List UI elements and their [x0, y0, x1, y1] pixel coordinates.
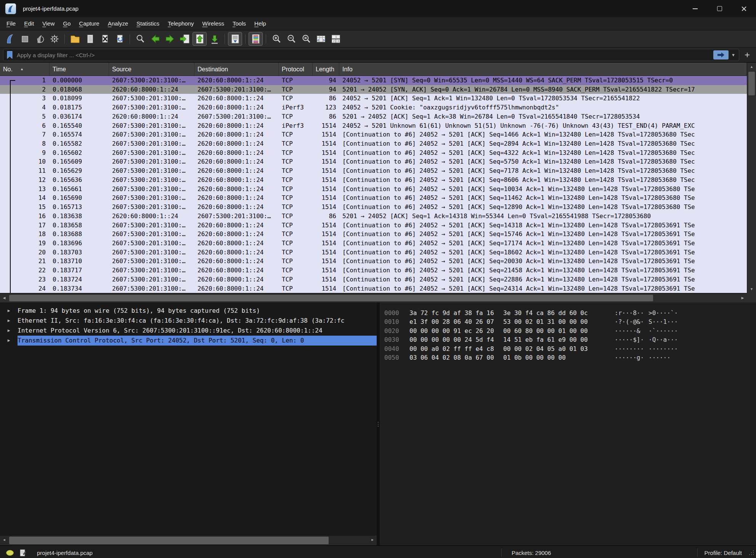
scroll-right-icon[interactable]: ▶ [738, 294, 747, 302]
column-header-info[interactable]: Info [339, 63, 747, 76]
hex-row[interactable]: 0010e1 3f 00 28 06 40 26 0753 00 02 01 3… [384, 317, 756, 326]
hex-row[interactable]: 002000 00 00 00 91 ec 26 2000 60 80 00 0… [384, 326, 756, 335]
packet-row[interactable]: 170.1836582607:5300:201:3100:…2620:60:80… [0, 221, 747, 230]
zoom-out-button[interactable] [284, 32, 298, 46]
menu-telephony[interactable]: Telephony [164, 17, 198, 30]
horizontal-scroll-thumb[interactable] [9, 295, 653, 301]
scroll-left-icon[interactable]: ◀ [0, 535, 8, 545]
expert-info-icon[interactable] [6, 550, 14, 556]
packet-row[interactable]: 90.1656022607:5300:201:3100:…2620:60:800… [0, 148, 747, 158]
column-header-protocol[interactable]: Protocol [279, 63, 313, 76]
go-forward-button[interactable] [163, 32, 177, 46]
packet-row[interactable]: 230.1837242607:5300:201:3100:…2620:60:80… [0, 275, 747, 284]
stop-capture-button[interactable] [18, 32, 32, 46]
hex-row[interactable]: 00003a 72 fc 9d af 38 fa 163e 30 f4 ca 8… [384, 309, 756, 317]
capture-options-button[interactable] [47, 32, 61, 46]
close-file-button[interactable] [98, 32, 112, 46]
packet-row[interactable]: 190.1836962607:5300:201:3100:…2620:60:80… [0, 239, 747, 248]
expand-arrow-icon[interactable]: ▶ [0, 306, 18, 316]
scroll-down-icon[interactable]: ▼ [747, 285, 756, 293]
packet-row[interactable]: 20.0180682620:60:8000:1::242607:5300:201… [0, 85, 747, 94]
packet-row[interactable]: 220.1837172607:5300:201:3100:…2620:60:80… [0, 266, 747, 275]
detail-tree-row[interactable]: ▶Transmission Control Protocol, Src Port… [0, 336, 377, 346]
packet-row[interactable]: 150.1657132607:5300:201:3100:…2620:60:80… [0, 203, 747, 212]
packet-list-horizontal-scrollbar[interactable]: ◀ ▶ [0, 293, 747, 302]
go-to-bottom-button[interactable] [207, 32, 222, 46]
vertical-scroll-thumb[interactable] [748, 72, 755, 95]
packet-row[interactable]: 140.1656902607:5300:201:3100:…2620:60:80… [0, 193, 747, 203]
resize-columns-button[interactable] [314, 32, 328, 46]
go-to-top-button[interactable] [193, 32, 207, 46]
packet-row[interactable]: 60.1655402607:5300:201:3100:…2620:60:800… [0, 121, 747, 130]
layout-panes-button[interactable]: 123 [329, 32, 343, 46]
go-back-button[interactable] [148, 32, 162, 46]
expand-arrow-icon[interactable]: ▶ [0, 336, 18, 346]
packet-row[interactable]: 80.1655822607:5300:201:3100:…2620:60:800… [0, 139, 747, 148]
packet-row[interactable]: 10.0000002607:5300:201:3100:…2620:60:800… [0, 76, 747, 85]
scroll-left-icon[interactable]: ◀ [0, 294, 8, 302]
capture-comment-icon[interactable] [20, 549, 26, 556]
packet-row[interactable]: 200.1837032607:5300:201:3100:…2620:60:80… [0, 248, 747, 257]
status-profile[interactable]: Profile: Default [698, 550, 749, 556]
packet-list-vertical-scrollbar[interactable]: ▲ ▼ [747, 63, 756, 293]
menu-go[interactable]: Go [59, 17, 75, 30]
detail-tree-row[interactable]: ▶Internet Protocol Version 6, Src: 2607:… [0, 326, 377, 336]
detail-tree-row[interactable]: ▶Ethernet II, Src: fa:16:3e:30:f4:ca (fa… [0, 316, 377, 326]
hex-row[interactable]: 005003 06 04 02 08 0a 67 0001 0b 00 00 0… [384, 353, 756, 362]
apply-filter-button[interactable] [713, 50, 729, 59]
packet-row[interactable]: 180.1836882607:5300:201:3100:…2620:60:80… [0, 230, 747, 239]
resize-grip[interactable] [749, 550, 754, 555]
menu-help[interactable]: Help [250, 17, 270, 30]
find-packet-button[interactable] [133, 32, 147, 46]
menu-file[interactable]: File [2, 17, 20, 30]
expand-arrow-icon[interactable]: ▶ [0, 316, 18, 326]
column-header-time[interactable]: Time [50, 63, 109, 76]
menu-edit[interactable]: Edit [20, 17, 38, 30]
add-filter-button[interactable]: + [742, 49, 753, 61]
column-header-source[interactable]: Source [109, 63, 194, 76]
menu-analyze[interactable]: Analyze [104, 17, 132, 30]
expand-arrow-icon[interactable]: ▶ [0, 326, 18, 336]
detail-tree-row[interactable]: ▶Frame 1: 94 bytes on wire (752 bits), 9… [0, 306, 377, 316]
auto-scroll-button[interactable] [228, 32, 242, 46]
packet-row[interactable]: 50.0361742620:60:8000:1::242607:5300:201… [0, 112, 747, 121]
menu-view[interactable]: View [38, 17, 59, 30]
open-file-button[interactable] [68, 32, 82, 46]
filter-bookmark-icon[interactable] [6, 51, 13, 59]
packet-row[interactable]: 160.1836382620:60:8000:1::242607:5300:20… [0, 212, 747, 221]
column-header-length[interactable]: Length [313, 63, 339, 76]
save-file-button[interactable] [83, 32, 97, 46]
menu-statistics[interactable]: Statistics [132, 17, 164, 30]
reload-file-button[interactable] [112, 32, 127, 46]
maximize-button[interactable] [707, 0, 732, 17]
packet-row[interactable]: 110.1656292607:5300:201:3100:…2620:60:80… [0, 166, 747, 175]
close-button[interactable] [732, 0, 756, 17]
packet-row[interactable]: 120.1656362607:5300:201:3100:…2620:60:80… [0, 175, 747, 185]
menu-wireless[interactable]: Wireless [198, 17, 229, 30]
minimize-button[interactable] [683, 0, 707, 17]
zoom-original-button[interactable] [299, 32, 313, 46]
details-horizontal-scrollbar[interactable]: ◀ ▶ [0, 535, 377, 545]
filter-dropdown-caret-icon[interactable]: ▼ [731, 53, 735, 57]
packet-row[interactable]: 210.1837102607:5300:201:3100:…2620:60:80… [0, 257, 747, 266]
display-filter-input[interactable] [16, 51, 712, 59]
restart-capture-button[interactable] [32, 32, 47, 46]
hex-row[interactable]: 004000 00 a0 02 ff ff e4 c800 00 02 04 0… [384, 344, 756, 353]
menu-capture[interactable]: Capture [75, 17, 103, 30]
hex-row[interactable]: 003000 00 00 00 00 24 5d f414 51 eb fa 6… [384, 335, 756, 344]
packet-row[interactable]: 100.1656092607:5300:201:3100:…2620:60:80… [0, 157, 747, 166]
scroll-up-icon[interactable]: ▲ [747, 63, 756, 71]
colorize-button[interactable] [249, 32, 263, 46]
zoom-in-button[interactable] [269, 32, 283, 46]
go-to-packet-button[interactable] [178, 32, 192, 46]
column-header-no[interactable]: No.▲ [0, 63, 50, 76]
column-header-destination[interactable]: Destination [194, 63, 279, 76]
packet-row[interactable]: 70.1655742607:5300:201:3100:…2620:60:800… [0, 130, 747, 139]
packet-row[interactable]: 40.0181752607:5300:201:3100:…2620:60:800… [0, 103, 747, 112]
start-capture-button[interactable] [3, 32, 17, 46]
menu-tools[interactable]: Tools [228, 17, 250, 30]
packet-row[interactable]: 30.0180992607:5300:201:3100:…2620:60:800… [0, 94, 747, 103]
horizontal-scroll-thumb[interactable] [9, 537, 329, 544]
packet-row[interactable]: 130.1656612607:5300:201:3100:…2620:60:80… [0, 185, 747, 194]
scroll-right-icon[interactable]: ▶ [368, 535, 377, 545]
